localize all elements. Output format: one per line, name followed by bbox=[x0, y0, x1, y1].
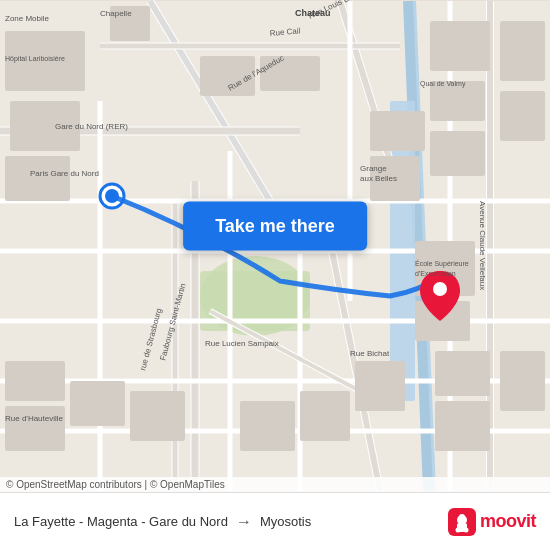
svg-point-90 bbox=[459, 514, 465, 520]
svg-text:École Supérieure: École Supérieure bbox=[415, 259, 469, 268]
svg-rect-55 bbox=[300, 391, 350, 441]
svg-rect-43 bbox=[430, 81, 485, 121]
svg-rect-59 bbox=[500, 351, 545, 411]
svg-text:Grange: Grange bbox=[360, 164, 387, 173]
take-me-there-button[interactable]: Take me there bbox=[183, 202, 367, 251]
svg-rect-57 bbox=[435, 351, 490, 396]
svg-rect-41 bbox=[430, 21, 490, 71]
svg-rect-44 bbox=[430, 131, 485, 176]
svg-rect-53 bbox=[130, 391, 185, 441]
svg-text:Gare du Nord (RER): Gare du Nord (RER) bbox=[55, 122, 128, 131]
svg-text:Rue d'Hauteville: Rue d'Hauteville bbox=[5, 414, 64, 423]
svg-text:aux Belles: aux Belles bbox=[360, 174, 397, 183]
origin-label: La Fayette - Magenta - Gare du Nord bbox=[14, 514, 228, 529]
svg-point-63 bbox=[433, 282, 447, 296]
svg-rect-54 bbox=[240, 401, 295, 451]
attribution-text: © OpenStreetMap contributors | © OpenMap… bbox=[6, 479, 225, 490]
svg-text:Zone Mobile: Zone Mobile bbox=[5, 14, 50, 23]
svg-rect-42 bbox=[500, 21, 545, 81]
svg-rect-45 bbox=[500, 91, 545, 141]
route-arrow-icon: → bbox=[236, 513, 252, 531]
map-attribution: © OpenStreetMap contributors | © OpenMap… bbox=[0, 477, 550, 492]
svg-rect-37 bbox=[5, 156, 70, 201]
app-container: Rue Cail Rue Louis Blanc Rue de l'Aquedu… bbox=[0, 0, 550, 550]
moovit-text: moovit bbox=[480, 511, 536, 532]
svg-rect-51 bbox=[5, 406, 65, 451]
svg-text:Rue Lucien Sampaix: Rue Lucien Sampaix bbox=[205, 339, 279, 348]
svg-text:Chapelle: Chapelle bbox=[100, 9, 132, 18]
bottom-bar: La Fayette - Magenta - Gare du Nord → My… bbox=[0, 492, 550, 550]
route-info: La Fayette - Magenta - Gare du Nord → My… bbox=[14, 513, 438, 531]
moovit-icon bbox=[448, 508, 476, 536]
svg-text:Hôpital Lariboisière: Hôpital Lariboisière bbox=[5, 55, 65, 63]
svg-text:Rue Bichat: Rue Bichat bbox=[350, 349, 390, 358]
destination-label: Myosotis bbox=[260, 514, 311, 529]
svg-rect-56 bbox=[355, 361, 405, 411]
svg-text:Quai de Valmy: Quai de Valmy bbox=[420, 80, 466, 88]
svg-text:d'Exportation: d'Exportation bbox=[415, 270, 456, 278]
svg-rect-52 bbox=[70, 381, 125, 426]
svg-text:Avenue Claude Vellefaux: Avenue Claude Vellefaux bbox=[478, 201, 487, 290]
moovit-logo: moovit bbox=[448, 508, 536, 536]
svg-rect-50 bbox=[5, 361, 65, 401]
svg-text:Chateau: Chateau bbox=[295, 8, 331, 18]
svg-text:Paris Gare du Nord: Paris Gare du Nord bbox=[30, 169, 99, 178]
svg-rect-58 bbox=[435, 401, 490, 451]
svg-rect-46 bbox=[370, 111, 425, 151]
map-area: Rue Cail Rue Louis Blanc Rue de l'Aquedu… bbox=[0, 0, 550, 492]
